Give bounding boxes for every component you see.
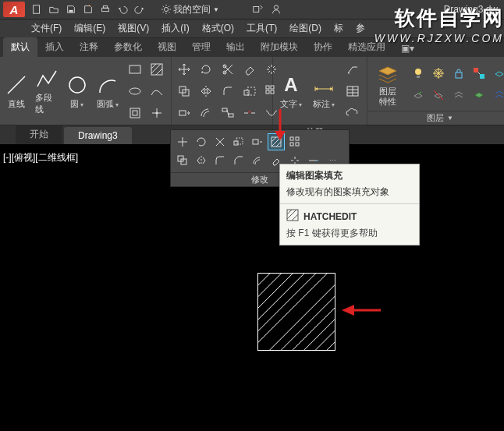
tool-rotate-icon[interactable] bbox=[197, 60, 215, 79]
print-icon[interactable] bbox=[98, 2, 112, 16]
svg-rect-3 bbox=[103, 6, 107, 9]
svg-point-6 bbox=[274, 5, 278, 9]
tooltip-cmd-icon bbox=[286, 209, 299, 224]
tool-spline-icon[interactable] bbox=[147, 82, 166, 101]
tool-ellipse-icon[interactable] bbox=[126, 82, 144, 101]
svg-point-11 bbox=[130, 88, 140, 94]
svg-rect-39 bbox=[290, 137, 293, 140]
menu-view[interactable]: 视图(V) bbox=[118, 22, 149, 35]
layer-merge-icon[interactable] bbox=[491, 86, 504, 104]
tool-polyline[interactable]: 多段线 bbox=[35, 67, 59, 115]
menu-format[interactable]: 格式(O) bbox=[202, 22, 234, 35]
tool-text[interactable]: A文字 bbox=[278, 73, 304, 110]
tool-offset-icon[interactable] bbox=[197, 104, 215, 122]
undo-icon[interactable] bbox=[115, 2, 130, 16]
tool-line[interactable]: 直线 bbox=[5, 73, 29, 110]
tool-copy-icon[interactable] bbox=[175, 82, 193, 101]
tool-stretch-icon[interactable] bbox=[175, 104, 193, 122]
svg-rect-27 bbox=[229, 114, 233, 117]
fm-scale-icon[interactable] bbox=[230, 133, 247, 150]
tool-circle[interactable]: 圆 bbox=[66, 73, 90, 110]
tool-leader-icon[interactable] bbox=[343, 60, 362, 79]
menu-edit[interactable]: 编辑(E) bbox=[74, 22, 105, 35]
workspace-switcher[interactable]: 我的空间 ▼ bbox=[161, 3, 219, 16]
svg-marker-49 bbox=[342, 305, 354, 316]
svg-rect-12 bbox=[130, 108, 140, 118]
svg-marker-47 bbox=[275, 131, 286, 140]
rtab-view[interactable]: 视图 bbox=[150, 37, 184, 57]
doc-tab-drawing[interactable]: Drawing3 bbox=[64, 127, 132, 144]
panel-modify bbox=[172, 57, 273, 125]
tool-dimension[interactable]: 标注 bbox=[311, 73, 337, 110]
fm-trim-icon[interactable] bbox=[211, 133, 229, 150]
rtab-collab[interactable]: 协作 bbox=[306, 37, 340, 57]
fm-offset-icon[interactable] bbox=[249, 152, 266, 169]
fm-move-icon[interactable] bbox=[174, 133, 191, 150]
tool-align-icon[interactable] bbox=[218, 104, 237, 122]
fm-chamfer-icon[interactable] bbox=[230, 152, 247, 169]
save-icon[interactable] bbox=[64, 2, 78, 16]
fm-fillet-icon[interactable] bbox=[211, 152, 229, 169]
saveas-icon[interactable] bbox=[81, 2, 95, 16]
menu-param[interactable]: 参 bbox=[356, 22, 365, 35]
tool-break-icon[interactable] bbox=[240, 104, 259, 122]
rtab-annotate[interactable]: 注释 bbox=[72, 37, 106, 57]
viewport-label[interactable]: [-][俯视][二维线框] bbox=[3, 151, 78, 164]
layer-match-icon[interactable] bbox=[470, 64, 488, 83]
menu-tools[interactable]: 工具(T) bbox=[247, 22, 277, 35]
layer-state-icon[interactable] bbox=[470, 86, 488, 104]
tool-move-icon[interactable] bbox=[175, 60, 193, 79]
fm-rotate-icon[interactable] bbox=[193, 133, 210, 150]
menu-draw[interactable]: 绘图(D) bbox=[289, 22, 321, 35]
tool-scale-icon[interactable] bbox=[240, 82, 259, 101]
tool-hatch-icon[interactable] bbox=[147, 60, 166, 79]
menu-dim[interactable]: 标 bbox=[334, 22, 343, 35]
fm-stretch-icon[interactable] bbox=[249, 133, 266, 150]
layer-on-icon[interactable] bbox=[410, 64, 427, 83]
new-icon[interactable] bbox=[30, 2, 44, 16]
tool-table-icon[interactable] bbox=[343, 82, 362, 101]
share-icon[interactable] bbox=[250, 2, 264, 16]
svg-rect-41 bbox=[290, 143, 293, 146]
svg-rect-32 bbox=[456, 72, 462, 78]
layer-freeze-icon[interactable] bbox=[430, 64, 447, 83]
rtab-featured[interactable]: 精选应用 bbox=[340, 37, 393, 57]
tool-layer-props[interactable]: 图层 特性 bbox=[372, 62, 403, 105]
doc-tab-start[interactable]: 开始 bbox=[16, 125, 62, 144]
layer-lock-icon[interactable] bbox=[450, 64, 467, 83]
tool-point-icon[interactable] bbox=[147, 104, 166, 122]
layer-prev-icon[interactable] bbox=[410, 86, 427, 104]
layer-off-icon[interactable] bbox=[430, 86, 447, 104]
layer-walk-icon[interactable] bbox=[450, 86, 467, 104]
rtab-parametric[interactable]: 参数化 bbox=[106, 37, 150, 57]
layer-isolate-icon[interactable] bbox=[491, 64, 504, 83]
rtab-default[interactable]: 默认 bbox=[3, 37, 37, 57]
rtab-insert[interactable]: 插入 bbox=[37, 37, 72, 57]
fm-mirror-icon[interactable] bbox=[193, 152, 210, 169]
tool-mirror-icon[interactable] bbox=[197, 82, 215, 101]
rtab-more-icon[interactable]: ▣▾ bbox=[393, 40, 422, 57]
tool-region-icon[interactable] bbox=[126, 104, 144, 122]
drawing-viewport[interactable]: [-][俯视][二维线框] bbox=[0, 148, 504, 431]
tool-erase-icon[interactable] bbox=[240, 60, 259, 79]
fm-copy-icon[interactable] bbox=[174, 152, 191, 169]
menu-insert[interactable]: 插入(I) bbox=[161, 22, 189, 35]
menu-file[interactable]: 文件(F) bbox=[31, 22, 62, 35]
ribbon-tabs: 默认 插入 注释 参数化 视图 管理 输出 附加模块 协作 精选应用 ▣▾ bbox=[0, 38, 504, 57]
tooltip-desc: 修改现有的图案填充对象 bbox=[286, 185, 413, 199]
redo-icon[interactable] bbox=[133, 2, 147, 16]
svg-line-7 bbox=[8, 76, 25, 94]
tool-rect-icon[interactable] bbox=[126, 60, 144, 79]
hatch-object[interactable] bbox=[257, 273, 335, 351]
tool-fillet-icon[interactable] bbox=[218, 82, 237, 101]
rtab-manage[interactable]: 管理 bbox=[184, 37, 218, 57]
fm-array-icon[interactable] bbox=[286, 133, 303, 150]
tool-cloud-icon[interactable] bbox=[343, 104, 362, 122]
signin-icon[interactable] bbox=[269, 2, 283, 16]
app-logo[interactable]: A bbox=[3, 2, 25, 17]
tool-trim-icon[interactable] bbox=[218, 60, 237, 79]
open-icon[interactable] bbox=[47, 2, 61, 16]
rtab-addons[interactable]: 附加模块 bbox=[253, 37, 306, 57]
tool-arc[interactable]: 圆弧 bbox=[95, 73, 119, 110]
rtab-output[interactable]: 输出 bbox=[218, 37, 253, 57]
